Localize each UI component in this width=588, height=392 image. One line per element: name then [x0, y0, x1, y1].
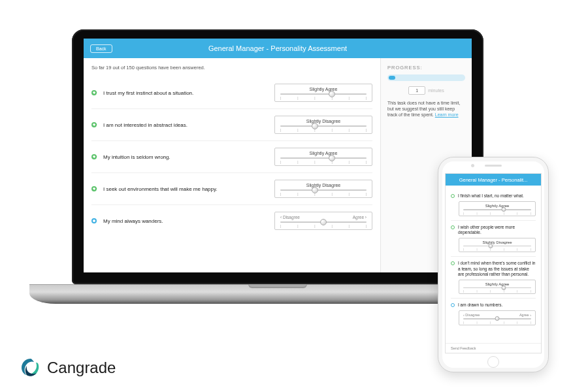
slider-track[interactable] — [280, 125, 367, 127]
question-text: I wish other people were more dependable… — [458, 225, 536, 235]
laptop-screen: Back General Manager - Personality Asses… — [84, 39, 472, 272]
brand-logo: Cangrade — [20, 357, 116, 379]
question-row: I don't mind when there's some conflict … — [451, 257, 536, 299]
progress-bar-fill — [389, 76, 395, 80]
slider-thumb[interactable] — [495, 316, 500, 321]
disagree-label[interactable]: ‹ Disagree — [463, 313, 480, 317]
slider-track[interactable] — [280, 93, 367, 95]
question-row: I am not interested in abstract ideas. S… — [91, 109, 372, 141]
slider-thumb[interactable] — [488, 244, 493, 248]
laptop-bezel: Back General Manager - Personality Asses… — [72, 29, 483, 284]
answer-slider[interactable]: Slightly Agree |||||| — [274, 84, 372, 102]
question-text: I am not interested in abstract ideas. — [103, 122, 268, 128]
answer-slider[interactable]: ‹ Disagree Agree › |||||| — [459, 310, 536, 325]
progress-heading: PROGRESS: — [387, 65, 465, 71]
phone-home-button[interactable] — [487, 356, 499, 368]
slider-thumb[interactable] — [312, 123, 318, 129]
question-row: My mind always wanders. ‹ Disagree Agree… — [91, 205, 372, 237]
question-row: I seek out environments that will make m… — [91, 173, 372, 205]
app-header: Back General Manager - Personality Asses… — [84, 39, 472, 58]
phone-speaker — [485, 165, 502, 167]
slider-value-label: Slightly Agree — [463, 204, 531, 208]
active-marker-icon — [91, 218, 97, 223]
slider-value-label: Slightly Disagree — [280, 183, 367, 188]
slider-ticks: |||||| — [280, 160, 367, 164]
answer-slider[interactable]: Slightly Agree |||||| — [459, 280, 536, 295]
progress-text: So far 19 out of 150 questions have been… — [91, 65, 372, 71]
cangrade-logo-icon — [20, 357, 42, 379]
agree-label[interactable]: Agree › — [519, 313, 531, 317]
slider-value-label: Slightly Agree — [280, 87, 367, 91]
progress-bar — [387, 74, 465, 81]
answer-slider[interactable]: Slightly Disagree |||||| — [459, 238, 536, 253]
time-value: 1 — [408, 86, 425, 95]
brand-name: Cangrade — [47, 359, 116, 377]
answer-slider[interactable]: Slightly Disagree |||||| — [274, 116, 372, 134]
phone-questions-panel: I finish what I start, no matter what. S… — [446, 186, 541, 343]
learn-more-link[interactable]: Learn more — [435, 112, 459, 117]
check-icon — [451, 225, 455, 229]
slider-thumb[interactable] — [320, 219, 327, 225]
question-text: I trust my first instinct about a situat… — [103, 90, 268, 96]
phone-camera — [471, 164, 474, 167]
back-button[interactable]: Back — [90, 44, 112, 53]
answer-slider[interactable]: ‹ Disagree Agree › |||||| — [274, 212, 372, 230]
question-text: I am drawn to numbers. — [458, 302, 502, 308]
send-feedback-link[interactable]: Send Feedback — [446, 343, 541, 353]
question-text: I don't mind when there's some conflict … — [458, 261, 536, 276]
time-unit: minutes — [428, 88, 444, 93]
slider-thumb[interactable] — [329, 155, 335, 161]
check-icon — [91, 122, 97, 127]
phone-screen: General Manager - Personalit... I finish… — [445, 173, 542, 353]
questions-panel: So far 19 out of 150 questions have been… — [84, 58, 380, 272]
question-row: My intuition is seldom wrong. Slightly A… — [91, 141, 372, 173]
phone-device: General Manager - Personalit... I finish… — [438, 157, 549, 372]
slider-value-label: Slightly Disagree — [280, 119, 367, 123]
laptop-notch — [248, 284, 307, 288]
answer-slider[interactable]: Slightly Disagree |||||| — [274, 180, 372, 198]
time-spent: 1 minutes — [387, 86, 465, 95]
slider-track[interactable] — [280, 157, 367, 159]
slider-thumb[interactable] — [329, 91, 335, 97]
question-text: I finish what I start, no matter what. — [458, 193, 524, 199]
slider-thumb[interactable] — [502, 207, 506, 212]
question-row: I trust my first instinct about a situat… — [91, 77, 372, 109]
slider-track[interactable] — [280, 221, 367, 223]
disagree-label[interactable]: ‹ Disagree — [280, 215, 300, 220]
time-note: This task does not have a time limit, bu… — [387, 100, 465, 118]
answer-slider[interactable]: Slightly Agree |||||| — [459, 201, 536, 216]
phone-page-title: General Manager - Personalit... — [446, 174, 541, 186]
app-body: So far 19 out of 150 questions have been… — [84, 58, 472, 272]
answer-slider[interactable]: Slightly Agree |||||| — [274, 148, 372, 166]
slider-value-label: Slightly Disagree — [463, 240, 531, 244]
slider-value-label: Slightly Agree — [463, 282, 531, 286]
laptop-device: Back General Manager - Personality Asses… — [72, 29, 483, 310]
check-icon — [451, 194, 455, 198]
slider-value-label: Slightly Agree — [280, 151, 367, 155]
question-row: I finish what I start, no matter what. S… — [451, 189, 536, 221]
question-row: I wish other people were more dependable… — [451, 221, 536, 257]
question-text: I seek out environments that will make m… — [103, 186, 268, 192]
question-row: I am drawn to numbers. ‹ Disagree Agree … — [451, 299, 536, 329]
slider-ticks: |||||| — [280, 96, 367, 100]
slider-thumb[interactable] — [312, 187, 318, 193]
slider-ticks: |||||| — [280, 192, 367, 196]
page-title: General Manager - Personality Assessment — [84, 44, 472, 52]
question-text: My intuition is seldom wrong. — [103, 154, 268, 160]
agree-label[interactable]: Agree › — [353, 215, 367, 220]
slider-ticks: |||||| — [280, 128, 367, 132]
check-icon — [91, 90, 97, 95]
check-icon — [451, 261, 455, 265]
check-icon — [91, 154, 97, 159]
question-text: My mind always wanders. — [103, 218, 268, 224]
slider-thumb[interactable] — [502, 286, 506, 290]
slider-track[interactable] — [280, 189, 367, 191]
active-marker-icon — [451, 303, 455, 307]
check-icon — [91, 186, 97, 191]
